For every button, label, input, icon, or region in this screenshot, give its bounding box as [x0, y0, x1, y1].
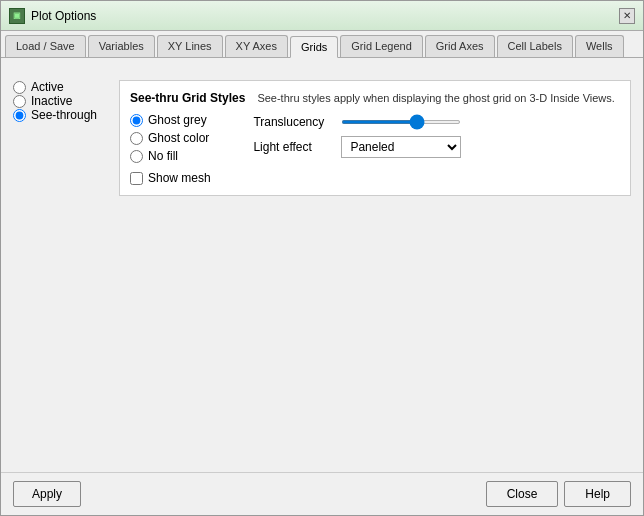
ghost-grey-label: Ghost grey [148, 113, 207, 127]
light-effect-select[interactable]: Paneled Flat Gouraud Phong [341, 136, 461, 158]
translucency-label: Translucency [253, 115, 333, 129]
light-effect-row: Light effect Paneled Flat Gouraud Phong [253, 136, 620, 158]
tab-grids[interactable]: Grids [290, 36, 338, 58]
active-option[interactable]: Active [13, 80, 103, 94]
show-mesh-option[interactable]: Show mesh [130, 171, 211, 185]
active-radio[interactable] [13, 81, 26, 94]
see-thru-panel: See-thru Grid Styles Ghost grey Ghost co… [119, 80, 631, 196]
see-through-option[interactable]: See-through [13, 108, 103, 122]
ghost-color-label: Ghost color [148, 131, 209, 145]
controls-col: See-thru styles apply when displaying th… [253, 91, 620, 185]
tab-bar: Load / Save Variables XY Lines XY Axes G… [1, 31, 643, 58]
help-button[interactable]: Help [564, 481, 631, 507]
main-content: Active Inactive See-through [1, 58, 643, 472]
right-panel-inner: See-thru Grid Styles Ghost grey Ghost co… [130, 91, 620, 185]
see-through-radio[interactable] [13, 109, 26, 122]
show-mesh-row: Show mesh [130, 171, 245, 185]
style-options: Ghost grey Ghost color No fill [130, 113, 245, 163]
ghost-color-radio[interactable] [130, 132, 143, 145]
tab-cell-labels[interactable]: Cell Labels [497, 35, 573, 57]
title-bar-left: ▣ Plot Options [9, 8, 96, 24]
inactive-option[interactable]: Inactive [13, 94, 103, 108]
tab-variables[interactable]: Variables [88, 35, 155, 57]
bottom-right-buttons: Close Help [486, 481, 631, 507]
no-fill-label: No fill [148, 149, 178, 163]
info-text: See-thru styles apply when displaying th… [257, 91, 620, 106]
ghost-grey-radio[interactable] [130, 114, 143, 127]
no-fill-option[interactable]: No fill [130, 149, 245, 163]
tab-load-save[interactable]: Load / Save [5, 35, 86, 57]
show-mesh-checkbox[interactable] [130, 172, 143, 185]
active-label: Active [31, 80, 64, 94]
window-close-button[interactable]: ✕ [619, 8, 635, 24]
grids-panel: Active Inactive See-through [13, 70, 631, 206]
window-title: Plot Options [31, 9, 96, 23]
see-through-label: See-through [31, 108, 97, 122]
apply-button[interactable]: Apply [13, 481, 81, 507]
tab-grid-axes[interactable]: Grid Axes [425, 35, 495, 57]
slider-container [341, 114, 620, 130]
tab-wells[interactable]: Wells [575, 35, 624, 57]
bottom-bar: Apply Close Help [1, 472, 643, 515]
ghost-grey-option[interactable]: Ghost grey [130, 113, 245, 127]
translucency-row: Translucency [253, 114, 620, 130]
close-button[interactable]: Close [486, 481, 559, 507]
style-options-col: See-thru Grid Styles Ghost grey Ghost co… [130, 91, 245, 185]
tab-xy-axes[interactable]: XY Axes [225, 35, 288, 57]
see-thru-title: See-thru Grid Styles [130, 91, 245, 105]
light-effect-label: Light effect [253, 140, 333, 154]
translucency-slider[interactable] [341, 120, 461, 124]
visibility-options: Active Inactive See-through [13, 80, 103, 122]
tab-xy-lines[interactable]: XY Lines [157, 35, 223, 57]
visibility-panel: Active Inactive See-through [13, 80, 103, 196]
title-bar: ▣ Plot Options ✕ [1, 1, 643, 31]
show-mesh-label: Show mesh [148, 171, 211, 185]
no-fill-radio[interactable] [130, 150, 143, 163]
ghost-color-option[interactable]: Ghost color [130, 131, 245, 145]
inactive-radio[interactable] [13, 95, 26, 108]
main-window: ▣ Plot Options ✕ Load / Save Variables X… [0, 0, 644, 516]
app-icon: ▣ [9, 8, 25, 24]
inactive-label: Inactive [31, 94, 72, 108]
tab-grid-legend[interactable]: Grid Legend [340, 35, 423, 57]
